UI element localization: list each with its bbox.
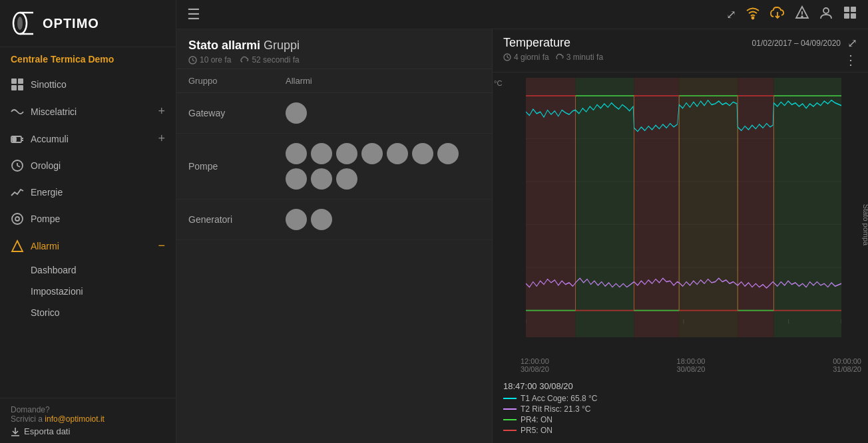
logo-icon xyxy=(11,9,39,37)
wave-icon xyxy=(11,105,24,118)
legend-line-t1 xyxy=(503,398,517,399)
alarm-panel-title: Stato allarmi Gruppi xyxy=(188,39,480,53)
svg-rect-6 xyxy=(11,85,17,90)
alarm-indicators-gateway xyxy=(286,102,480,124)
legend-line-t2 xyxy=(503,408,517,410)
svg-rect-56 xyxy=(773,78,841,337)
apps-icon[interactable] xyxy=(843,5,857,23)
export-data-button[interactable]: Esporta dati xyxy=(11,426,165,436)
content-area: Stato allarmi Gruppi 10 ore fa 52 second… xyxy=(176,29,868,443)
svg-rect-51 xyxy=(526,78,575,337)
svg-rect-53 xyxy=(634,78,680,337)
chart-title: Temperature xyxy=(503,36,603,50)
sidebar-label-sinottico: Sinottico xyxy=(31,79,165,90)
alarm-indicator xyxy=(387,143,408,164)
miscelatrici-add-icon[interactable]: + xyxy=(158,104,165,118)
sidebar-item-orologi[interactable]: Orologi xyxy=(0,152,176,179)
main-content: ☰ ⤢ Stato allarmi xyxy=(176,0,868,443)
svg-line-14 xyxy=(17,166,20,167)
sidebar-subitem-impostazioni[interactable]: Impostazioni xyxy=(0,281,176,302)
allarmi-collapse-icon[interactable]: − xyxy=(158,239,165,253)
alarm-indicators-pompe xyxy=(286,143,480,190)
sidebar-subitem-dashboard[interactable]: Dashboard xyxy=(0,259,176,281)
legend-item-t2: T2 Rit Risc: 21.3 °C xyxy=(503,404,857,414)
svg-line-32 xyxy=(193,60,195,61)
svg-rect-5 xyxy=(18,78,23,84)
alert-icon[interactable] xyxy=(795,5,809,23)
topbar-left: ☰ xyxy=(187,6,200,23)
chart-panel: Temperature 4 giorni fa 3 minuti fa xyxy=(493,29,868,443)
stato-pompa-label: Stato pompa xyxy=(862,204,868,245)
sidebar-label-accumuli: Accumuli xyxy=(31,134,158,144)
sidebar-item-miscelatrici[interactable]: Miscelatrici + xyxy=(0,98,176,125)
sidebar-label-energie: Energie xyxy=(31,187,165,198)
alarm-table: Gruppo Allarmi Gateway Pompe xyxy=(176,69,492,443)
alarm-indicator xyxy=(412,143,433,164)
sidebar-label-pompe: Pompe xyxy=(31,214,165,224)
alarm-group-label: Generatori xyxy=(188,214,286,225)
table-row: Gateway xyxy=(176,93,492,134)
svg-rect-54 xyxy=(679,78,738,337)
sidebar-item-sinottico[interactable]: Sinottico xyxy=(0,71,176,98)
user-icon[interactable] xyxy=(819,5,833,23)
x-tick-1: 12:00:00 30/08/20 xyxy=(521,357,549,373)
sidebar: OPTIMO Centrale Termica Demo Sinottico M… xyxy=(0,0,176,443)
y-axis-label: °C xyxy=(494,79,502,87)
alarm-indicator xyxy=(437,143,459,164)
alarm-indicator xyxy=(336,168,357,190)
chart-time-ago: 4 giorni fa xyxy=(503,53,549,62)
footer-question: Domande? Scrivici a info@optimoiot.it xyxy=(11,405,165,424)
legend-label-pr4: PR4: ON xyxy=(521,415,552,424)
alarm-indicator xyxy=(286,143,307,164)
chart-expand-icon[interactable]: ⤢ xyxy=(847,36,857,51)
clock-small-icon xyxy=(188,56,197,65)
alarm-group-label: Pompe xyxy=(188,161,286,172)
svg-point-24 xyxy=(801,16,803,17)
alarm-indicators-generatori xyxy=(286,209,480,230)
table-row: Pompe xyxy=(176,134,492,200)
sidebar-item-accumuli[interactable]: Accumuli + xyxy=(0,125,176,152)
company-name[interactable]: Centrale Termica Demo xyxy=(0,47,176,71)
alarm-panel-meta: 10 ore fa 52 secondi fa xyxy=(188,55,480,65)
cloud-small-icon xyxy=(240,56,249,65)
menu-icon[interactable]: ☰ xyxy=(187,6,200,23)
legend-timestamp: 18:47:00 30/08/20 xyxy=(503,381,857,391)
footer-email-link[interactable]: info@optimoiot.it xyxy=(45,414,105,424)
sidebar-footer: Domande? Scrivici a info@optimoiot.it Es… xyxy=(0,398,176,443)
alarm-time-ago: 10 ore fa xyxy=(188,55,231,65)
pompe-icon xyxy=(11,212,24,225)
topbar: ☰ ⤢ xyxy=(176,0,868,29)
svg-rect-27 xyxy=(851,7,856,12)
chart-options-icon[interactable]: ⋮ xyxy=(844,52,857,68)
svg-rect-28 xyxy=(844,13,849,19)
table-row: Generatori xyxy=(176,200,492,240)
accumuli-add-icon[interactable]: + xyxy=(158,132,165,146)
sidebar-item-energie[interactable]: Energie xyxy=(0,179,176,206)
x-tick-3: 00:00:00 31/08/20 xyxy=(833,357,861,373)
alarm-cloud-ago: 52 secondi fa xyxy=(240,55,299,65)
sidebar-item-pompe[interactable]: Pompe xyxy=(0,206,176,232)
svg-point-20 xyxy=(752,17,754,19)
wifi-icon[interactable] xyxy=(746,5,760,23)
alarm-indicator xyxy=(311,209,332,230)
svg-rect-55 xyxy=(738,78,773,337)
alarm-indicator xyxy=(286,209,307,230)
chart-date-range: 01/02/2017 – 04/09/2020 ⤢ xyxy=(752,36,857,51)
sidebar-nav: Sinottico Miscelatrici + Accumuli + Orol… xyxy=(0,71,176,398)
svg-rect-7 xyxy=(18,85,23,90)
fullscreen-icon[interactable]: ⤢ xyxy=(726,7,736,22)
sidebar-item-allarmi[interactable]: Allarmi − xyxy=(0,232,176,259)
chart-header-right: 01/02/2017 – 04/09/2020 ⤢ ⋮ xyxy=(752,36,857,68)
svg-rect-29 xyxy=(851,13,856,19)
svg-point-1 xyxy=(17,17,23,30)
alarm-indicator xyxy=(336,143,357,164)
chart-area: 70 60 50 40 30 20 ON OFF xyxy=(493,73,868,377)
legend-item-t1: T1 Acc Coge: 65.8 °C xyxy=(503,394,857,403)
sidebar-subitem-storico[interactable]: Storico xyxy=(0,302,176,323)
svg-rect-11 xyxy=(13,138,16,141)
sidebar-label-orologi: Orologi xyxy=(31,160,165,171)
cloud-icon[interactable] xyxy=(769,6,785,23)
sidebar-label-miscelatrici: Miscelatrici xyxy=(31,106,158,117)
sidebar-logo: OPTIMO xyxy=(0,0,176,47)
alarm-panel: Stato allarmi Gruppi 10 ore fa 52 second… xyxy=(176,29,493,443)
